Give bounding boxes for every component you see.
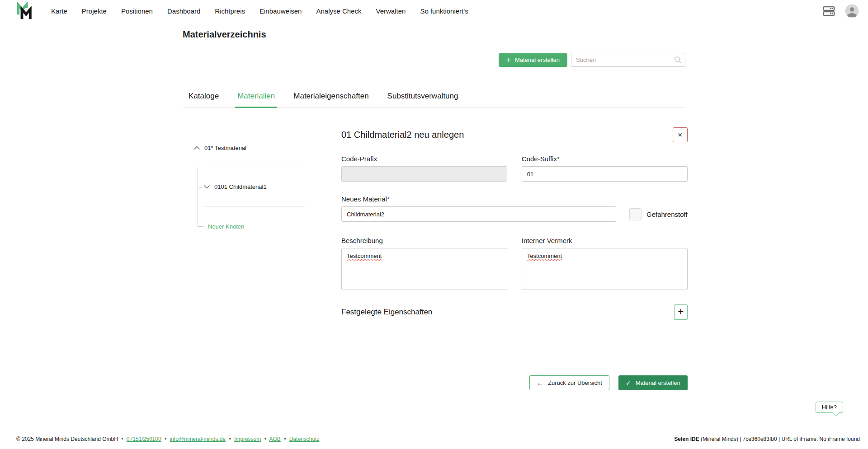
tab-kataloge[interactable]: Kataloge [186,86,221,108]
search-input[interactable] [571,53,685,67]
footer: © 2025 Mineral Minds Deutschland GmbH • … [0,432,868,449]
tree-node-label[interactable]: 0101 Childmaterial1 [214,183,267,190]
footer-phone-link[interactable]: 07151/250100 [127,436,161,442]
code-suffix-label: Code-Suffix* [522,155,688,163]
create-material-label: Material erstellen [515,56,560,63]
back-button-label: Zurück zur Übersicht [548,379,602,386]
tab-materialeigenschaften[interactable]: Materialeigenschaften [291,86,371,108]
tree-node-childmaterial1[interactable]: 0101 Childmaterial1 [198,167,305,206]
help-label: Hilfe? [822,404,837,411]
nav-item-richtpreis[interactable]: Richtpreis [215,7,245,15]
bullet-separator: • [121,436,123,442]
toolbar: + Material erstellen [183,53,685,67]
gefahrenstoff-checkbox[interactable] [629,208,642,220]
tree-new-node[interactable]: Neuer Knoten [198,207,305,246]
footer-impressum-link[interactable]: Impressum [234,436,261,442]
nav-item-einbauweisen[interactable]: Einbauweisen [259,7,302,15]
gefahrenstoff-label: Gefahrenstoff [646,210,688,218]
brand-logo[interactable] [16,2,32,19]
footer-email-link[interactable]: info@mineral-minds.de [170,436,226,442]
code-prefix-label: Code-Präfix [341,155,507,163]
interner-vermerk-text: Testcomment [527,253,562,259]
new-material-input[interactable] [341,206,616,222]
bullet-separator: • [165,436,166,442]
help-button[interactable]: Hilfe? [816,402,843,413]
nav-item-karte[interactable]: Karte [51,7,67,15]
code-prefix-input [341,166,507,182]
festgelegte-eigenschaften-label: Festgelegte Eigenschaften [341,308,432,317]
copyright-text: © 2025 Mineral Minds Deutschland GmbH [16,436,118,442]
ide-details: (Mineral Minds) | 7ce360e83fb0 | URL of … [699,436,860,442]
nav-item-verwalten[interactable]: Verwalten [376,7,406,15]
chevron-up-icon[interactable] [193,146,200,150]
back-to-overview-button[interactable]: ← Zurück zur Übersicht [529,375,609,390]
chevron-down-icon[interactable] [203,185,210,189]
create-material-button[interactable]: + Material erstellen [499,53,567,67]
server-stack-icon[interactable] [823,5,835,17]
check-icon: ✓ [626,379,631,387]
user-avatar[interactable] [845,4,859,18]
code-suffix-input[interactable] [522,166,688,182]
main-nav: Karte Projekte Positionen Dashboard Rich… [51,7,468,15]
new-node-label[interactable]: Neuer Knoten [208,223,244,230]
arrow-left-icon: ← [537,379,544,387]
search-icon [674,56,682,64]
close-icon: × [678,131,682,140]
beschreibung-label: Beschreibung [341,237,507,244]
page-title: Materialverzeichnis [183,29,685,40]
interner-vermerk-textarea[interactable]: Testcomment [522,248,688,290]
footer-agb-link[interactable]: AGB [269,436,281,442]
beschreibung-text: Testcomment [347,253,382,259]
interner-vermerk-label: Interner Vermerk [522,237,688,244]
footer-info: © 2025 Mineral Minds Deutschland GmbH • … [16,436,319,442]
beschreibung-textarea[interactable]: Testcomment [341,248,507,290]
submit-material-button[interactable]: ✓ Material erstellen [618,375,688,390]
footer-ide-info: Selen IDE (Mineral Minds) | 7ce360e83fb0… [674,436,860,442]
plus-icon: + [506,56,511,64]
nav-item-dashboard[interactable]: Dashboard [167,7,200,15]
nav-item-positionen[interactable]: Positionen [121,7,153,15]
tab-substitutsverwaltung[interactable]: Substitutsverwaltung [385,86,461,108]
close-button[interactable]: × [673,127,688,142]
tree-node-testmaterial[interactable]: 01* Testmaterial [183,145,305,151]
plus-icon: + [678,306,684,318]
form-title: 01 Childmaterial2 neu anlegen [341,130,464,140]
nav-item-projekte[interactable]: Projekte [82,7,107,15]
nav-item-so-funktionierts[interactable]: So funktioniert's [420,7,468,15]
tab-materialien[interactable]: Materialien [235,86,277,108]
add-property-button[interactable]: + [674,304,688,320]
bullet-separator: • [284,436,286,442]
mineral-minds-logo-icon [16,2,32,19]
footer-datenschutz-link[interactable]: Datenschutz [289,436,320,442]
ide-name: Selen IDE [674,436,699,442]
submit-button-label: Material erstellen [636,379,680,386]
top-nav: Karte Projekte Positionen Dashboard Rich… [0,0,868,22]
bullet-separator: • [229,436,231,442]
bullet-separator: • [264,436,266,442]
material-form: 01 Childmaterial2 neu anlegen × Code-Prä… [341,108,688,390]
tab-bar: Kataloge Materialien Materialeigenschaft… [183,86,685,108]
nav-item-analyse-check[interactable]: Analyse Check [316,7,361,15]
material-tree: 01* Testmaterial 0101 Childmaterial1 Neu… [183,108,305,390]
tree-branch: 0101 Childmaterial1 Neuer Knoten [198,167,305,246]
tree-node-label[interactable]: 01* Testmaterial [204,145,246,151]
new-material-label: Neues Material* [341,195,688,203]
